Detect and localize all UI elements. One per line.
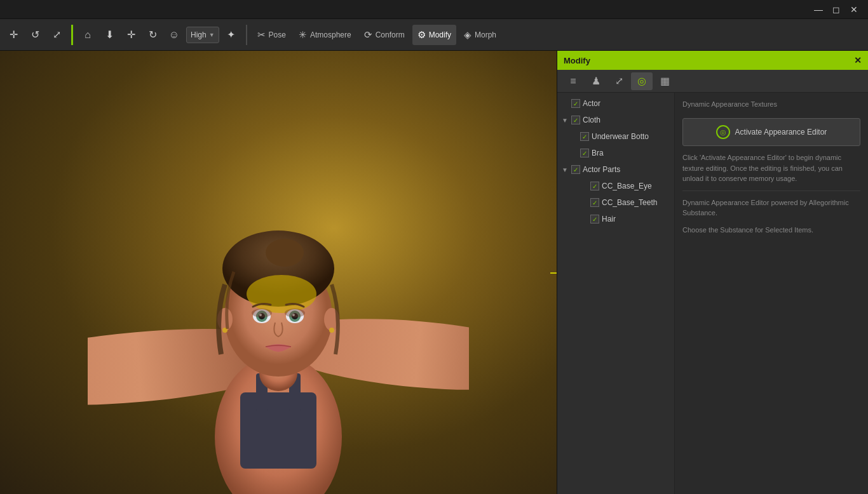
tree-item-bra[interactable]: ✓ Bra: [557, 145, 674, 161]
checkbox-actor[interactable]: ✓: [571, 99, 580, 108]
cloth-label: Cloth: [583, 116, 600, 124]
home-button[interactable]: ⌂: [78, 25, 97, 44]
atmosphere-nav-button[interactable]: ✳ Atmosphere: [294, 25, 356, 45]
tab-checkerboard[interactable]: ▦: [654, 72, 675, 90]
svg-point-23: [252, 309, 272, 317]
svg-rect-3: [240, 392, 316, 469]
right-panel: Modify ✕ ≡ ♟ ⤢ ◎ ▦ ✓ Actor ▼: [557, 51, 868, 494]
cc-base-eye-label: CC_Base_Eye: [602, 182, 652, 190]
undo-button[interactable]: ↺: [25, 25, 44, 44]
pan-button[interactable]: ✛: [121, 25, 140, 44]
pose-icon: ✂: [257, 29, 266, 41]
morph-label: Morph: [475, 30, 496, 39]
panel-content: ✓ Actor ▼ ✓ Cloth ✓ Underwear Botto: [557, 93, 868, 494]
modify-nav-button[interactable]: ⚙ Modify: [412, 25, 456, 45]
expand-button[interactable]: ⤢: [47, 25, 66, 44]
pose-label: Pose: [269, 30, 286, 39]
toolbar-separator-1: [246, 25, 247, 45]
info-description-1: Click 'Activate Appearance Editor' to be…: [682, 152, 860, 184]
tree-item-cc-base-teeth[interactable]: ✓ CC_Base_Teeth: [557, 194, 674, 211]
cc-base-teeth-label: CC_Base_Teeth: [602, 198, 657, 207]
character-viewport: [88, 100, 469, 494]
checkbox-underwear[interactable]: ✓: [580, 132, 589, 141]
conform-icon: ⟳: [364, 29, 372, 41]
toolbar: ✛ ↺ ⤢ ⌂ ⬇ ✛ ↻ ☺ High ▼ ✦ ✂ Pose ✳ Atmosp…: [0, 19, 868, 51]
tab-material[interactable]: ◎: [631, 72, 653, 90]
modify-panel-header: Modify ✕: [557, 51, 868, 70]
main-area: Modify ✕ ≡ ♟ ⤢ ◎ ▦ ✓ Actor ▼: [0, 51, 868, 494]
actor-parts-label: Actor Parts: [583, 165, 620, 174]
maximize-button[interactable]: ◻: [827, 1, 845, 18]
pose-nav-button[interactable]: ✂ Pose: [252, 25, 291, 45]
hair-label: Hair: [602, 215, 616, 224]
info-divider: [682, 190, 860, 191]
conform-label: Conform: [376, 30, 405, 39]
dynamic-appearance-editor-text: Dynamic Appearance Editor powered by All…: [682, 199, 849, 217]
checkbox-actor-parts[interactable]: ✓: [571, 165, 580, 174]
info-description-2: Dynamic Appearance Editor powered by All…: [682, 197, 860, 218]
checkbox-cc-base-teeth[interactable]: ✓: [590, 198, 599, 207]
minimize-button[interactable]: —: [810, 1, 827, 18]
quality-dropdown[interactable]: High ▼: [186, 27, 219, 43]
light-button[interactable]: ✦: [222, 25, 241, 44]
rotate-button[interactable]: ↻: [143, 25, 162, 44]
move-tool-button[interactable]: ✛: [4, 25, 23, 44]
underwear-label: Underwear Botto: [592, 132, 649, 141]
viewport-indicator-line: [550, 272, 557, 274]
quality-value: High: [191, 30, 207, 39]
atmosphere-icon: ✳: [299, 29, 307, 41]
svg-point-22: [329, 328, 334, 333]
tree-item-hair[interactable]: ✓ Hair: [557, 211, 674, 227]
atmosphere-label: Atmosphere: [310, 30, 351, 39]
expand-cloth-icon: ▼: [561, 117, 569, 124]
viewport[interactable]: [0, 51, 557, 494]
conform-nav-button[interactable]: ⟳ Conform: [359, 25, 410, 45]
modify-title: Modify: [564, 56, 590, 65]
tab-sliders[interactable]: ≡: [562, 72, 584, 90]
dropdown-arrow: ▼: [209, 32, 215, 38]
tab-transform[interactable]: ⤢: [608, 72, 630, 90]
panel-tabs: ≡ ♟ ⤢ ◎ ▦: [557, 70, 868, 93]
info-description-3: Choose the Substance for Selected Items.: [682, 225, 860, 236]
activate-icon: ◎: [716, 125, 730, 139]
tree-item-cloth[interactable]: ▼ ✓ Cloth: [557, 112, 674, 128]
bra-label: Bra: [592, 149, 604, 157]
svg-point-9: [266, 239, 304, 267]
morph-nav-button[interactable]: ◈ Morph: [459, 25, 501, 45]
info-panel: Dynamic Appearance Textures ◎ Activate A…: [675, 93, 868, 494]
modify-label: Modify: [429, 30, 451, 39]
modify-close-button[interactable]: ✕: [854, 55, 862, 65]
toolbar-separator-green: [71, 25, 73, 45]
download-button[interactable]: ⬇: [100, 25, 119, 44]
svg-point-24: [285, 309, 305, 317]
tree-item-underwear[interactable]: ✓ Underwear Botto: [557, 128, 674, 145]
checkbox-hair[interactable]: ✓: [590, 215, 599, 224]
tab-motion[interactable]: ♟: [585, 72, 607, 90]
face-button[interactable]: ☺: [165, 25, 184, 44]
scene-tree-panel: ✓ Actor ▼ ✓ Cloth ✓ Underwear Botto: [557, 93, 675, 494]
close-button[interactable]: ✕: [845, 1, 863, 18]
svg-point-10: [247, 275, 316, 313]
activate-appearance-editor-button[interactable]: ◎ Activate Appearance Editor: [682, 118, 860, 146]
checkbox-bra[interactable]: ✓: [580, 149, 589, 157]
tree-item-actor[interactable]: ✓ Actor: [557, 95, 674, 112]
dynamic-appearance-title: Dynamic Appearance Textures: [682, 100, 860, 108]
morph-icon: ◈: [464, 29, 471, 41]
checkbox-cloth[interactable]: ✓: [571, 116, 580, 124]
activate-btn-label: Activate Appearance Editor: [735, 128, 827, 137]
expand-actor-parts-icon: ▼: [561, 166, 569, 173]
actor-label: Actor: [583, 99, 600, 108]
tree-item-cc-base-eye[interactable]: ✓ CC_Base_Eye: [557, 178, 674, 194]
modify-icon: ⚙: [417, 29, 426, 41]
tree-item-actor-parts[interactable]: ▼ ✓ Actor Parts: [557, 161, 674, 178]
checkbox-cc-base-eye[interactable]: ✓: [590, 182, 599, 190]
titlebar: — ◻ ✕: [0, 0, 868, 19]
